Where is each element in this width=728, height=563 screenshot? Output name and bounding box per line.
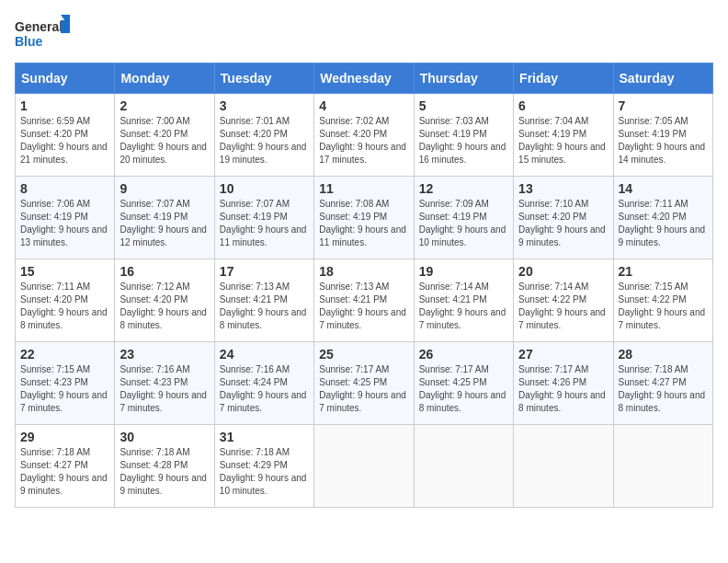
day-number: 24 xyxy=(220,347,309,362)
day-number: 10 xyxy=(220,181,309,196)
calendar-week-row: 29 Sunrise: 7:18 AM Sunset: 4:27 PM Dayl… xyxy=(16,425,713,508)
weekday-header: Sunday xyxy=(16,63,115,94)
day-number: 15 xyxy=(20,264,109,279)
day-info: Sunrise: 7:18 AM Sunset: 4:27 PM Dayligh… xyxy=(20,446,109,498)
day-info: Sunrise: 7:15 AM Sunset: 4:23 PM Dayligh… xyxy=(20,363,109,415)
calendar-day-cell: 10 Sunrise: 7:07 AM Sunset: 4:19 PM Dayl… xyxy=(214,177,313,259)
day-info: Sunrise: 7:04 AM Sunset: 4:19 PM Dayligh… xyxy=(518,115,608,167)
calendar-day-cell: 2 Sunrise: 7:00 AM Sunset: 4:20 PM Dayli… xyxy=(115,94,214,177)
day-info: Sunrise: 7:11 AM Sunset: 4:20 PM Dayligh… xyxy=(20,281,109,332)
logo: General Blue xyxy=(15,15,70,55)
day-info: Sunrise: 7:06 AM Sunset: 4:19 PM Dayligh… xyxy=(20,198,109,249)
calendar-day-cell: 30 Sunrise: 7:18 AM Sunset: 4:28 PM Dayl… xyxy=(115,425,214,508)
day-number: 1 xyxy=(20,98,109,113)
day-number: 20 xyxy=(518,264,608,279)
weekday-header: Wednesday xyxy=(314,63,414,94)
calendar-day-cell: 5 Sunrise: 7:03 AM Sunset: 4:19 PM Dayli… xyxy=(414,94,513,177)
day-info: Sunrise: 7:18 AM Sunset: 4:29 PM Dayligh… xyxy=(220,446,309,498)
day-number: 11 xyxy=(319,181,408,196)
day-info: Sunrise: 7:15 AM Sunset: 4:22 PM Dayligh… xyxy=(619,281,708,332)
day-number: 30 xyxy=(119,430,209,444)
day-number: 31 xyxy=(220,430,309,444)
svg-text:General: General xyxy=(15,19,63,34)
calendar-day-cell: 11 Sunrise: 7:08 AM Sunset: 4:19 PM Dayl… xyxy=(314,177,414,259)
calendar-day-cell: 28 Sunrise: 7:18 AM Sunset: 4:27 PM Dayl… xyxy=(613,342,712,425)
calendar-day-cell xyxy=(613,425,712,508)
day-info: Sunrise: 7:14 AM Sunset: 4:22 PM Dayligh… xyxy=(518,281,608,332)
day-info: Sunrise: 7:11 AM Sunset: 4:20 PM Dayligh… xyxy=(619,198,708,249)
day-info: Sunrise: 7:08 AM Sunset: 4:19 PM Dayligh… xyxy=(319,198,408,249)
day-info: Sunrise: 7:02 AM Sunset: 4:20 PM Dayligh… xyxy=(319,115,408,167)
day-info: Sunrise: 7:17 AM Sunset: 4:25 PM Dayligh… xyxy=(319,363,408,415)
calendar-day-cell: 31 Sunrise: 7:18 AM Sunset: 4:29 PM Dayl… xyxy=(214,425,313,508)
calendar-week-row: 15 Sunrise: 7:11 AM Sunset: 4:20 PM Dayl… xyxy=(16,259,713,342)
calendar-day-cell: 22 Sunrise: 7:15 AM Sunset: 4:23 PM Dayl… xyxy=(16,342,115,425)
day-number: 18 xyxy=(319,264,408,279)
day-info: Sunrise: 7:10 AM Sunset: 4:20 PM Dayligh… xyxy=(518,198,608,249)
calendar-day-cell: 14 Sunrise: 7:11 AM Sunset: 4:20 PM Dayl… xyxy=(613,177,712,259)
calendar-day-cell xyxy=(414,425,513,508)
calendar-day-cell: 18 Sunrise: 7:13 AM Sunset: 4:21 PM Dayl… xyxy=(314,259,414,342)
day-number: 14 xyxy=(619,181,708,196)
day-number: 2 xyxy=(119,98,209,113)
calendar-day-cell xyxy=(314,425,414,508)
day-info: Sunrise: 7:14 AM Sunset: 4:21 PM Dayligh… xyxy=(419,281,508,332)
day-number: 25 xyxy=(319,347,408,362)
day-info: Sunrise: 6:59 AM Sunset: 4:20 PM Dayligh… xyxy=(20,115,109,167)
day-number: 29 xyxy=(20,430,109,444)
day-number: 28 xyxy=(619,347,708,362)
day-info: Sunrise: 7:03 AM Sunset: 4:19 PM Dayligh… xyxy=(419,115,508,167)
day-info: Sunrise: 7:01 AM Sunset: 4:20 PM Dayligh… xyxy=(220,115,309,167)
day-number: 5 xyxy=(419,98,508,113)
day-info: Sunrise: 7:18 AM Sunset: 4:27 PM Dayligh… xyxy=(619,363,708,415)
calendar-week-row: 22 Sunrise: 7:15 AM Sunset: 4:23 PM Dayl… xyxy=(16,342,713,425)
day-info: Sunrise: 7:07 AM Sunset: 4:19 PM Dayligh… xyxy=(220,198,309,249)
day-info: Sunrise: 7:12 AM Sunset: 4:20 PM Dayligh… xyxy=(119,281,209,332)
day-info: Sunrise: 7:07 AM Sunset: 4:19 PM Dayligh… xyxy=(119,198,209,249)
day-number: 8 xyxy=(20,181,109,196)
day-number: 13 xyxy=(518,181,608,196)
calendar-week-row: 8 Sunrise: 7:06 AM Sunset: 4:19 PM Dayli… xyxy=(16,177,713,259)
weekday-header: Friday xyxy=(514,63,613,94)
day-number: 19 xyxy=(419,264,508,279)
weekday-header: Tuesday xyxy=(214,63,313,94)
calendar-table: SundayMondayTuesdayWednesdayThursdayFrid… xyxy=(15,63,713,508)
calendar-day-cell: 8 Sunrise: 7:06 AM Sunset: 4:19 PM Dayli… xyxy=(16,177,115,259)
calendar-day-cell: 3 Sunrise: 7:01 AM Sunset: 4:20 PM Dayli… xyxy=(214,94,313,177)
day-number: 27 xyxy=(518,347,608,362)
day-info: Sunrise: 7:09 AM Sunset: 4:19 PM Dayligh… xyxy=(419,198,508,249)
weekday-header: Thursday xyxy=(414,63,513,94)
calendar-header-row: SundayMondayTuesdayWednesdayThursdayFrid… xyxy=(16,63,713,94)
day-info: Sunrise: 7:00 AM Sunset: 4:20 PM Dayligh… xyxy=(119,115,209,167)
logo-svg: General Blue xyxy=(15,15,70,55)
day-number: 21 xyxy=(619,264,708,279)
calendar-week-row: 1 Sunrise: 6:59 AM Sunset: 4:20 PM Dayli… xyxy=(16,94,713,177)
weekday-header: Monday xyxy=(115,63,214,94)
svg-text:Blue: Blue xyxy=(15,34,43,49)
calendar-day-cell: 9 Sunrise: 7:07 AM Sunset: 4:19 PM Dayli… xyxy=(115,177,214,259)
day-info: Sunrise: 7:17 AM Sunset: 4:26 PM Dayligh… xyxy=(518,363,608,415)
day-number: 9 xyxy=(119,181,209,196)
day-info: Sunrise: 7:18 AM Sunset: 4:28 PM Dayligh… xyxy=(119,446,209,498)
calendar-day-cell: 20 Sunrise: 7:14 AM Sunset: 4:22 PM Dayl… xyxy=(514,259,613,342)
calendar-day-cell: 4 Sunrise: 7:02 AM Sunset: 4:20 PM Dayli… xyxy=(314,94,414,177)
calendar-day-cell: 15 Sunrise: 7:11 AM Sunset: 4:20 PM Dayl… xyxy=(16,259,115,342)
calendar-day-cell: 27 Sunrise: 7:17 AM Sunset: 4:26 PM Dayl… xyxy=(514,342,613,425)
calendar-day-cell xyxy=(514,425,613,508)
day-number: 16 xyxy=(119,264,209,279)
calendar-body: 1 Sunrise: 6:59 AM Sunset: 4:20 PM Dayli… xyxy=(16,94,713,508)
weekday-header: Saturday xyxy=(613,63,712,94)
calendar-day-cell: 19 Sunrise: 7:14 AM Sunset: 4:21 PM Dayl… xyxy=(414,259,513,342)
day-number: 4 xyxy=(319,98,408,113)
day-info: Sunrise: 7:16 AM Sunset: 4:24 PM Dayligh… xyxy=(220,363,309,415)
day-number: 26 xyxy=(419,347,508,362)
day-number: 23 xyxy=(119,347,209,362)
day-info: Sunrise: 7:05 AM Sunset: 4:19 PM Dayligh… xyxy=(619,115,708,167)
calendar-day-cell: 26 Sunrise: 7:17 AM Sunset: 4:25 PM Dayl… xyxy=(414,342,513,425)
calendar-day-cell: 12 Sunrise: 7:09 AM Sunset: 4:19 PM Dayl… xyxy=(414,177,513,259)
day-number: 12 xyxy=(419,181,508,196)
calendar-day-cell: 17 Sunrise: 7:13 AM Sunset: 4:21 PM Dayl… xyxy=(214,259,313,342)
day-info: Sunrise: 7:17 AM Sunset: 4:25 PM Dayligh… xyxy=(419,363,508,415)
day-number: 17 xyxy=(220,264,309,279)
calendar-day-cell: 13 Sunrise: 7:10 AM Sunset: 4:20 PM Dayl… xyxy=(514,177,613,259)
